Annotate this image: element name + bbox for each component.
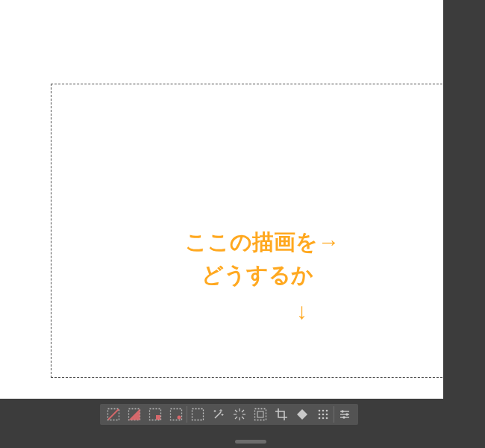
controls-icon [338,408,351,421]
svg-point-20 [319,410,321,412]
svg-point-28 [326,417,328,420]
bottom-panel [0,399,485,448]
crop-icon [275,408,288,421]
pattern-dots-icon [316,408,330,421]
svg-rect-17 [255,409,266,420]
svg-line-15 [242,410,244,412]
magic-sparkle-icon [212,408,225,421]
svg-point-26 [319,417,321,420]
svg-point-21 [322,410,325,412]
select-none-icon [107,408,120,421]
svg-marker-19 [297,409,307,420]
svg-rect-8 [193,409,204,420]
annotation-arrow-down: ↓ [296,294,307,329]
panel-grab-handle[interactable] [235,440,266,444]
select-box-button[interactable] [187,405,208,424]
svg-marker-3 [129,409,140,420]
svg-point-22 [326,410,328,412]
select-none-button[interactable] [103,405,124,424]
workspace: ここの描画を→ どうするか ↓ [0,0,485,448]
right-panel [443,0,485,448]
svg-line-1 [108,409,119,420]
svg-point-33 [345,413,348,415]
border-variant-button[interactable] [250,405,271,424]
pattern-dots-button[interactable] [313,405,334,424]
select-dotted-button[interactable] [145,405,166,424]
toolbar [100,404,358,425]
select-add-button[interactable] [166,405,187,424]
svg-point-7 [178,416,181,420]
svg-point-23 [319,414,321,416]
magic-sparkle-button[interactable] [208,405,229,424]
svg-point-24 [322,414,325,416]
svg-rect-5 [156,415,160,420]
annotation-line-2: どうするか [201,258,313,292]
svg-point-34 [342,416,345,418]
svg-point-25 [326,414,328,416]
svg-point-27 [322,417,325,420]
diamond-icon [295,408,309,421]
controls-button[interactable] [334,405,355,424]
border-variant-icon [254,408,267,421]
select-gradient-button[interactable] [124,405,145,424]
svg-point-32 [341,410,343,412]
select-gradient-icon [128,408,141,421]
svg-line-14 [242,417,244,419]
radial-burst-button[interactable] [229,405,250,424]
select-box-icon [191,408,204,421]
diamond-button[interactable] [292,405,313,424]
select-add-icon [169,408,183,421]
radial-burst-icon [233,408,246,421]
select-dotted-icon [148,408,162,421]
svg-line-16 [235,417,237,419]
annotation-line-1: ここの描画を→ [185,225,340,259]
svg-rect-18 [257,411,263,417]
crop-button[interactable] [271,405,292,424]
svg-line-13 [235,410,237,412]
